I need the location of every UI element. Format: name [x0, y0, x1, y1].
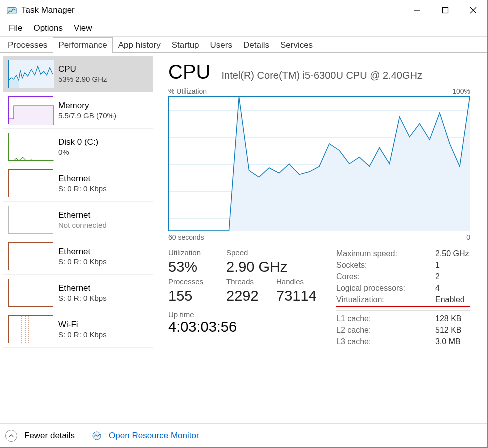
sidebar-item-sub: S: 0 R: 0 Kbps — [58, 184, 107, 193]
stat-value: 2.50 GHz — [436, 250, 470, 258]
chevron-up-icon[interactable] — [6, 430, 18, 442]
maximize-button[interactable] — [432, 0, 460, 20]
utilization-label: Utilization — [168, 248, 222, 257]
sidebar-item-name: Ethernet — [58, 247, 107, 257]
thumb-icon — [8, 60, 54, 88]
speed-value: 2.90 GHz — [226, 259, 326, 276]
sidebar-item-name: Wi-Fi — [58, 320, 107, 330]
uptime-value: 4:03:03:56 — [168, 319, 326, 336]
tab-strip: ProcessesPerformanceApp historyStartupUs… — [0, 37, 488, 53]
speed-label: Speed — [226, 248, 272, 257]
tab-startup[interactable]: Startup — [166, 38, 205, 53]
tab-app-history[interactable]: App history — [113, 38, 166, 53]
tab-performance[interactable]: Performance — [53, 38, 112, 53]
stat-value: 1 — [436, 261, 470, 270]
stat-label: L3 cache: — [336, 338, 432, 346]
annotation-underline — [336, 306, 470, 307]
stat-value: 512 KB — [436, 326, 470, 335]
sidebar-item-sub: S: 0 R: 0 Kbps — [58, 330, 107, 339]
sidebar-item-wi-fi-7[interactable]: Wi-FiS: 0 R: 0 Kbps — [4, 312, 154, 348]
sidebar-item-name: Disk 0 (C:) — [58, 138, 98, 148]
thumb-icon — [8, 206, 54, 234]
sidebar[interactable]: CPU53% 2.90 GHzMemory5.5/7.9 GB (70%)Dis… — [4, 56, 154, 424]
stat-value: Enabled — [436, 296, 470, 304]
sidebar-item-name: Ethernet — [58, 210, 107, 220]
sidebar-item-name: CPU — [58, 64, 108, 74]
thumb-icon — [8, 170, 54, 198]
processes-label: Processes — [168, 278, 222, 286]
sidebar-item-sub: 5.5/7.9 GB (70%) — [58, 112, 116, 120]
sidebar-item-ethernet-6[interactable]: EthernetS: 0 R: 0 Kbps — [4, 275, 154, 312]
sidebar-item-sub: S: 0 R: 0 Kbps — [58, 258, 107, 266]
stat-label: Virtualization: — [336, 296, 432, 304]
sidebar-item-cpu-0[interactable]: CPU53% 2.90 GHz — [4, 56, 154, 92]
sidebar-item-name: Ethernet — [58, 174, 107, 184]
resource-monitor-icon — [92, 431, 102, 441]
sidebar-item-sub: 0% — [58, 148, 98, 156]
cpu-model: Intel(R) Core(TM) i5-6300U CPU @ 2.40GHz — [222, 70, 422, 84]
tab-details[interactable]: Details — [238, 38, 275, 53]
sidebar-item-name: Ethernet — [58, 284, 107, 294]
minimize-button[interactable] — [404, 0, 432, 20]
sidebar-item-name: Memory — [58, 101, 116, 111]
chart-label-tl: % Utilization — [168, 88, 207, 96]
stat-label: L1 cache: — [336, 314, 432, 324]
chart-label-bl: 60 seconds — [168, 234, 204, 242]
stat-value: 128 KB — [436, 314, 470, 324]
stat-value: 4 — [436, 284, 470, 293]
page-title: CPU — [168, 61, 210, 84]
main-panel: CPU Intel(R) Core(TM) i5-6300U CPU @ 2.4… — [154, 56, 488, 424]
close-button[interactable] — [460, 0, 488, 20]
svg-rect-2 — [443, 8, 448, 13]
footer: Fewer details Open Resource Monitor — [0, 424, 488, 448]
stat-label: L2 cache: — [336, 326, 432, 335]
thumb-icon — [8, 316, 54, 344]
open-resource-monitor-link[interactable]: Open Resource Monitor — [109, 431, 199, 441]
chart-label-tr: 100% — [452, 88, 470, 96]
uptime-label: Up time — [168, 310, 326, 319]
utilization-value: 53% — [168, 259, 222, 276]
thumb-icon — [8, 279, 54, 307]
chart-label-br: 0 — [466, 234, 470, 242]
threads-label: Threads — [226, 278, 272, 286]
stat-label: Sockets: — [336, 261, 432, 270]
stats-left: Utilization Speed 53% 2.90 GHz Processes… — [168, 248, 326, 304]
window: Task Manager File Options View Processes… — [0, 0, 488, 448]
sidebar-item-ethernet-5[interactable]: EthernetS: 0 R: 0 Kbps — [4, 238, 154, 275]
stat-label: Logical processors: — [336, 284, 432, 293]
stat-value: 3.0 MB — [436, 338, 470, 346]
sidebar-item-sub: 53% 2.90 GHz — [58, 75, 108, 84]
app-icon — [6, 5, 18, 16]
stat-value: 2 — [436, 272, 470, 282]
sidebar-item-memory-1[interactable]: Memory5.5/7.9 GB (70%) — [4, 92, 154, 129]
stat-label: Cores: — [336, 272, 432, 282]
fewer-details-button[interactable]: Fewer details — [24, 431, 75, 441]
sidebar-item-sub: S: 0 R: 0 Kbps — [58, 294, 107, 302]
thumb-icon — [8, 242, 54, 270]
processes-value: 155 — [168, 288, 222, 304]
menu-file[interactable]: File — [4, 22, 28, 36]
handles-value: 73114 — [276, 288, 326, 304]
tab-users[interactable]: Users — [205, 38, 238, 53]
sidebar-item-ethernet-4[interactable]: EthernetNot connected — [4, 202, 154, 238]
sidebar-item-sub: Not connected — [58, 221, 107, 230]
cpu-chart — [168, 96, 470, 232]
handles-label: Handles — [276, 278, 326, 286]
stat-label: Maximum speed: — [336, 250, 432, 258]
thumb-icon — [8, 133, 54, 161]
menu-view[interactable]: View — [68, 22, 98, 36]
menubar: File Options View — [0, 20, 488, 37]
sidebar-item-disk-0-c--2[interactable]: Disk 0 (C:)0% — [4, 129, 154, 166]
titlebar: Task Manager — [0, 0, 488, 20]
thumb-icon — [8, 96, 54, 124]
tab-processes[interactable]: Processes — [2, 38, 53, 53]
window-title: Task Manager — [22, 6, 75, 16]
stats-right: Maximum speed:2.50 GHzSockets:1Cores:2Lo… — [336, 248, 470, 346]
sidebar-item-ethernet-3[interactable]: EthernetS: 0 R: 0 Kbps — [4, 166, 154, 202]
menu-options[interactable]: Options — [28, 22, 68, 36]
tab-services[interactable]: Services — [275, 38, 318, 53]
threads-value: 2292 — [226, 288, 272, 304]
